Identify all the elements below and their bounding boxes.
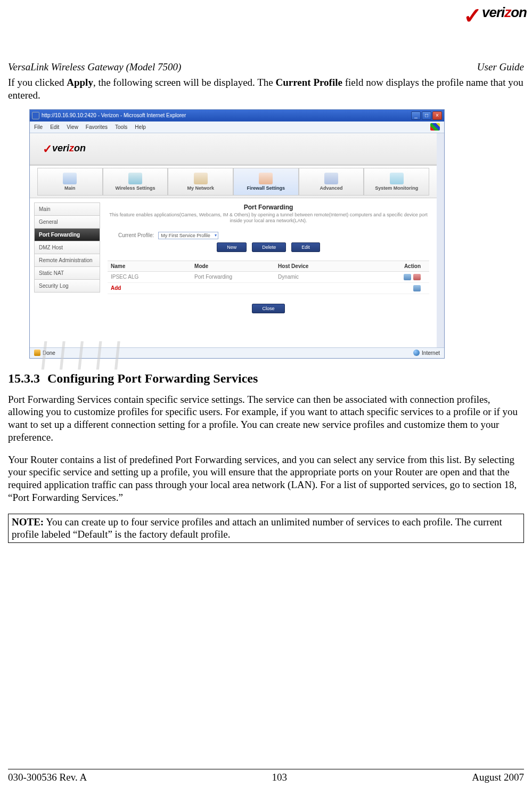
verizon-logo-top: ✓ verizon xyxy=(465,4,527,39)
close-button[interactable]: × xyxy=(432,111,442,120)
main-icon xyxy=(63,173,77,184)
sidebar: Main General Port Forwarding DMZ Host Re… xyxy=(30,198,104,347)
delete-icon[interactable] xyxy=(413,274,421,280)
verizon-logo-small: ✓ verizon xyxy=(43,143,86,154)
minimize-button[interactable]: _ xyxy=(411,111,421,120)
col-name: Name xyxy=(111,263,194,269)
profile-label: Current Profile: xyxy=(118,232,154,238)
new-button[interactable]: New xyxy=(217,242,247,252)
advanced-icon xyxy=(324,173,338,184)
side-static-nat[interactable]: Static NAT xyxy=(34,266,100,280)
menu-view[interactable]: View xyxy=(67,124,78,130)
side-remote-admin[interactable]: Remote Administration xyxy=(34,254,100,267)
intro-paragraph: If you clicked Apply, the following scre… xyxy=(8,76,524,102)
footer-left: 030-300536 Rev. A xyxy=(8,772,87,783)
footer-right: August 2007 xyxy=(472,772,524,783)
ie-title: http://10.16.90.10:2420 - Verizon - Micr… xyxy=(42,112,186,118)
tab-advanced[interactable]: Advanced xyxy=(299,168,364,196)
profile-select[interactable]: My First Service Profile xyxy=(158,232,218,239)
note-box: NOTE: You can create up to four service … xyxy=(8,514,524,543)
internet-icon xyxy=(413,350,420,356)
section-heading: 15.3.3Configuring Port Forwarding Servic… xyxy=(8,371,524,386)
done-icon xyxy=(34,350,40,356)
side-general[interactable]: General xyxy=(34,215,100,229)
side-dmz[interactable]: DMZ Host xyxy=(34,241,100,254)
menu-edit[interactable]: Edit xyxy=(50,124,59,130)
tab-main[interactable]: Main xyxy=(37,168,103,196)
panel-title: Port Forwarding xyxy=(108,204,429,211)
tab-monitoring[interactable]: System Monitoring xyxy=(364,168,429,196)
close-panel-button[interactable]: Close xyxy=(252,304,284,313)
side-main[interactable]: Main xyxy=(34,202,100,216)
ie-menubar: File Edit View Favorites Tools Help xyxy=(30,121,444,133)
menu-help[interactable]: Help xyxy=(135,124,146,130)
watermark: | | | | | xyxy=(40,336,126,370)
status-internet: Internet xyxy=(422,350,440,356)
menu-favorites[interactable]: Favorites xyxy=(86,124,108,130)
page-footer: 030-300536 Rev. A 103 August 2007 xyxy=(8,769,524,783)
main-tabs: Main Wireless Settings My Network Firewa… xyxy=(30,165,437,198)
panel-description: This feature enables applications(Games,… xyxy=(108,212,429,224)
edit-button[interactable]: Edit xyxy=(291,242,320,252)
col-mode: Mode xyxy=(194,263,278,269)
side-security-log[interactable]: Security Log xyxy=(34,279,100,293)
menu-tools[interactable]: Tools xyxy=(115,124,127,130)
verizon-header: ✓ verizon xyxy=(30,133,437,165)
footer-center: 103 xyxy=(272,772,287,783)
doc-guide: User Guide xyxy=(477,61,524,73)
side-port-forwarding[interactable]: Port Forwarding xyxy=(34,228,100,241)
tab-wireless[interactable]: Wireless Settings xyxy=(103,168,168,196)
col-action: Action xyxy=(362,263,426,269)
menu-file[interactable]: File xyxy=(34,124,43,130)
doc-header: VersaLink Wireless Gateway (Model 7500) … xyxy=(8,61,524,73)
firewall-icon xyxy=(259,173,273,184)
wireless-icon xyxy=(128,173,142,184)
col-host: Host Device xyxy=(278,263,362,269)
delete-button[interactable]: Delete xyxy=(252,242,286,252)
section-p1: Port Forwarding Services contain specifi… xyxy=(8,393,524,444)
section-p2: Your Router contains a list of predefine… xyxy=(8,453,524,504)
maximize-button[interactable]: □ xyxy=(422,111,431,120)
windows-flag-icon xyxy=(430,123,440,131)
ie-titlebar: http://10.16.90.10:2420 - Verizon - Micr… xyxy=(30,110,444,121)
doc-title: VersaLink Wireless Gateway (Model 7500) xyxy=(8,61,181,73)
edit-icon[interactable] xyxy=(404,274,411,280)
tab-network[interactable]: My Network xyxy=(168,168,233,196)
network-icon xyxy=(194,173,208,184)
add-icon[interactable] xyxy=(413,285,421,291)
monitoring-icon xyxy=(390,173,404,184)
browser-screenshot: http://10.16.90.10:2420 - Verizon - Micr… xyxy=(29,109,445,359)
add-row[interactable]: Add xyxy=(108,283,429,294)
ie-icon xyxy=(32,112,39,119)
table-row: IPSEC ALG Port Forwarding Dynamic xyxy=(108,272,429,283)
port-forwarding-table: Name Mode Host Device Action IPSEC ALG P… xyxy=(108,261,429,294)
tab-firewall[interactable]: Firewall Settings xyxy=(233,168,299,196)
